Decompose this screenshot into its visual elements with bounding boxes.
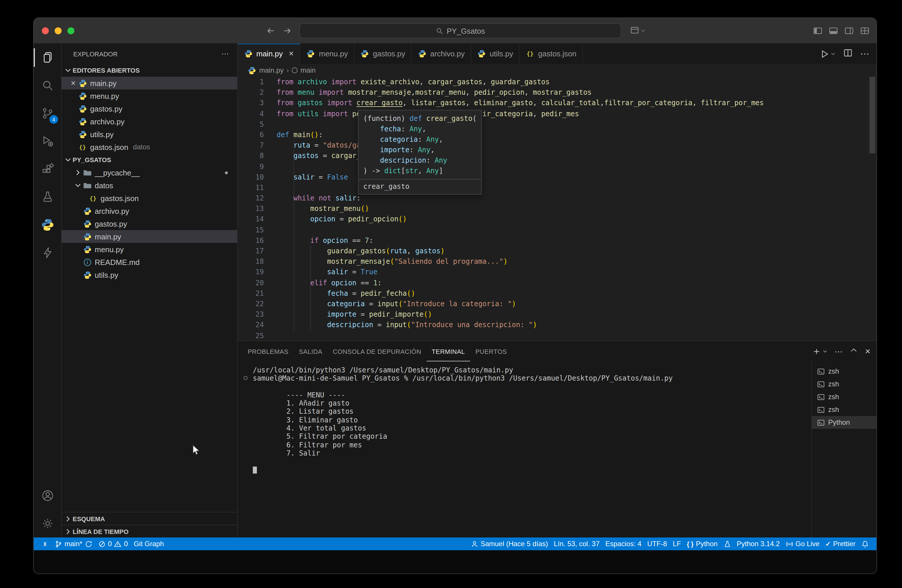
status-git-branch[interactable]: main* [52, 538, 95, 550]
toggle-primary-sidebar-icon[interactable] [813, 26, 822, 38]
tab-gastos-py[interactable]: gastos.py [354, 44, 412, 64]
tree-item-main-py[interactable]: main.py [62, 230, 237, 243]
tab-archivo-py[interactable]: archivo.py [412, 44, 471, 64]
section-outline[interactable]: ESQUEMA [62, 512, 237, 525]
terminal-instance-zsh[interactable]: zsh [812, 391, 877, 403]
activity-run-debug-icon[interactable] [34, 127, 61, 155]
toggle-secondary-sidebar-icon[interactable] [844, 26, 854, 38]
more-actions-icon[interactable]: ⋯ [221, 49, 229, 58]
panel-tab-consola-de-depuraci-n[interactable]: CONSOLA DE DEPURACIÓN [327, 341, 426, 361]
tab-gastos-json[interactable]: {}gastos.json [520, 44, 583, 64]
activity-explorer-icon[interactable] [34, 44, 61, 72]
status-git-graph[interactable]: Git Graph [131, 538, 167, 550]
tab-utils-py[interactable]: utils.py [471, 44, 520, 64]
status-eol[interactable]: LF [670, 538, 684, 550]
customize-layout-icon[interactable] [860, 26, 869, 38]
activity-python-icon[interactable] [34, 211, 61, 239]
open-editor-menu-py[interactable]: menu.py [62, 89, 237, 102]
close-icon[interactable]: ✕ [69, 79, 78, 87]
line-number: 11 [238, 183, 264, 193]
status-go-live[interactable]: Go Live [783, 538, 822, 550]
status-notifications[interactable] [858, 538, 872, 550]
breadcrumb-symbol[interactable]: main [301, 66, 316, 74]
vscode-window: PY_Gsatos [33, 17, 877, 574]
minimize-window-button[interactable] [55, 27, 62, 34]
command-decoration-icon[interactable] [244, 376, 247, 380]
tree-item-datos[interactable]: datos [62, 179, 237, 192]
tree-item-menu-py[interactable]: menu.py [62, 243, 237, 256]
tab-menu-py[interactable]: menu.py [301, 44, 354, 64]
tree-item-gastos-py[interactable]: gastos.py [62, 217, 237, 230]
panel-tab-puertos[interactable]: PUERTOS [470, 341, 512, 361]
close-panel-icon[interactable]: ✕ [865, 347, 871, 355]
tree-item-utils-py[interactable]: utils.py [62, 269, 237, 281]
run-python-file-button[interactable] [820, 49, 836, 58]
status-prettier[interactable]: ✓Prettier [822, 538, 858, 550]
maximize-panel-icon[interactable] [850, 346, 858, 356]
section-timeline[interactable]: LÍNEA DE TIEMPO [62, 525, 237, 538]
close-icon[interactable]: ✕ [288, 50, 294, 58]
status-problems[interactable]: 00 [95, 538, 131, 550]
editor-scrollbar[interactable] [869, 77, 875, 153]
open-editor-archivo-py[interactable]: archivo.py [62, 115, 237, 128]
code-line-20: 20 elif opcion == 1: [238, 277, 877, 288]
new-terminal-icon[interactable] [813, 347, 828, 355]
status-cursor-position[interactable]: Lín. 53, col. 37 [551, 538, 602, 550]
terminal-instance-zsh[interactable]: zsh [812, 365, 877, 378]
activity-search-icon[interactable] [34, 72, 61, 99]
tree-item-gastos-json[interactable]: {}gastos.json [62, 192, 237, 205]
panel-tab-problemas[interactable]: PROBLEMAS [242, 341, 294, 361]
status-remote-window[interactable] [38, 538, 52, 550]
navigate-back-button[interactable] [266, 26, 276, 36]
open-editor-utils-py[interactable]: utils.py [62, 128, 237, 141]
code-editor[interactable]: 1from archivo import existe_archivo, car… [238, 77, 877, 341]
tab-main-py[interactable]: main.py✕ [238, 44, 301, 64]
status-right: Samuel (Hace 5 días)Lín. 53, col. 37Espa… [468, 538, 872, 550]
line-number: 24 [238, 320, 264, 330]
zoom-window-button[interactable] [67, 27, 74, 34]
activity-source-control-icon[interactable]: 4 [34, 99, 61, 127]
breadcrumb[interactable]: main.py › main [238, 64, 877, 77]
activity-extensions-icon[interactable] [34, 155, 61, 183]
breadcrumb-file[interactable]: main.py [259, 66, 283, 74]
status-indentation[interactable]: Espacios: 4 [602, 538, 644, 550]
settings-gear-icon[interactable] [34, 510, 61, 538]
activity-lightning-icon[interactable] [34, 239, 61, 267]
status-python-interpreter[interactable]: Python 3.14.2 [734, 538, 783, 550]
terminal-instance-zsh[interactable]: zsh [812, 403, 877, 416]
open-editor-gastos-py[interactable]: gastos.py [62, 102, 237, 115]
open-editor-gastos-json[interactable]: {}gastos.jsondatos [62, 141, 237, 153]
terminal[interactable]: /usr/local/bin/python3 /Users/samuel/Des… [238, 361, 811, 539]
code-line-11: 11 [238, 183, 877, 193]
split-editor-icon[interactable] [843, 48, 853, 59]
tree-item-pycache[interactable]: __pycache__ [62, 166, 237, 179]
section-open-editors[interactable]: EDITORES ABIERTOS [62, 64, 237, 77]
status-commit-author[interactable]: Samuel (Hace 5 días) [468, 538, 551, 550]
symbol-icon [292, 67, 298, 73]
status-language-mode[interactable]: { }Python [684, 538, 720, 550]
desktop: PY_Gsatos [0, 0, 902, 588]
file-path-detail: datos [133, 143, 150, 151]
terminal-instance-python[interactable]: Python [812, 416, 877, 429]
command-center-search[interactable]: PY_Gsatos [299, 23, 621, 38]
panel-tab-salida[interactable]: SALIDA [294, 341, 328, 361]
navigate-forward-button[interactable] [282, 26, 292, 36]
editor-more-actions-icon[interactable]: ⋯ [860, 48, 869, 59]
terminal-instance-zsh[interactable]: zsh [812, 378, 877, 391]
status-python-tests[interactable] [720, 538, 734, 550]
status-encoding[interactable]: UTF-8 [644, 538, 670, 550]
panel-tab-terminal[interactable]: TERMINAL [426, 341, 470, 361]
tree-item-readme-md[interactable]: README.md [62, 256, 237, 269]
close-window-button[interactable] [42, 27, 49, 34]
open-editor-main-py[interactable]: ✕main.py [62, 77, 237, 89]
section-project[interactable]: PY_GSATOS [62, 153, 237, 166]
panel-more-actions-icon[interactable]: ⋯ [835, 347, 843, 356]
toggle-panel-icon[interactable] [829, 26, 838, 38]
account-icon[interactable] [34, 482, 61, 510]
activity-testing-icon[interactable] [34, 183, 61, 211]
code-line-4: 4from utils import pedir_fecha, pedir_im… [238, 108, 877, 119]
layout-dropdown-button[interactable] [630, 25, 646, 35]
sidebar-title: EXPLORADOR [73, 50, 118, 57]
tree-item-archivo-py[interactable]: archivo.py [62, 205, 237, 217]
code-line-5: 5 [238, 119, 877, 130]
